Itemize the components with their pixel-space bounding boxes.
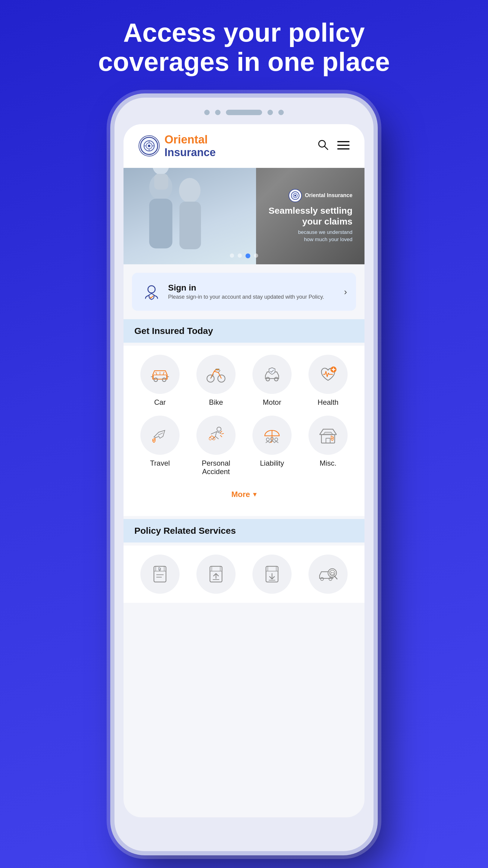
car-label: Car (154, 398, 166, 407)
banner-brand: Oriental Insurance (305, 192, 352, 199)
bike-label: Bike (209, 398, 223, 407)
svg-rect-22 (153, 375, 167, 379)
bike-icon-circle (196, 355, 235, 394)
notch-dot-4 (278, 110, 284, 115)
banner-dots (230, 253, 258, 258)
signin-title: Sign in (168, 283, 338, 293)
brand-name: Oriental Insurance (164, 133, 216, 159)
brand-top: Oriental (164, 133, 216, 146)
banner-logo-small: Oriental Insurance (269, 189, 352, 202)
brand-bottom: Insurance (164, 146, 216, 159)
svg-point-37 (209, 438, 212, 440)
insurance-item-travel[interactable]: Travel (136, 415, 184, 476)
svg-point-32 (274, 377, 278, 381)
user-shield-icon (142, 283, 161, 301)
phone-screen: Oriental Insurance (124, 124, 364, 817)
notch-dot-1 (204, 110, 210, 115)
policy-item-download[interactable] (248, 555, 296, 594)
insurance-grid: Car Bike (124, 346, 364, 516)
travel-icon-circle (140, 415, 180, 455)
svg-line-60 (334, 576, 337, 579)
download-icon-circle (253, 555, 292, 594)
insurance-item-bike[interactable]: Bike (192, 355, 240, 407)
svg-point-20 (294, 195, 296, 196)
svg-point-36 (217, 427, 221, 431)
liability-label: Liability (260, 459, 284, 467)
svg-point-24 (162, 378, 166, 381)
policy-icon-circle (140, 555, 180, 594)
signin-chevron-icon: › (344, 287, 347, 297)
search-button[interactable] (317, 138, 329, 153)
insurance-row-1: Car Bike (132, 355, 356, 407)
insurance-item-car[interactable]: Car (136, 355, 184, 407)
signin-subtitle: Please sign-in to your account and stay … (168, 294, 338, 300)
page-headline: Access your policy coverages in one plac… (74, 18, 414, 76)
policy-doc-icon (149, 563, 171, 585)
get-insured-title: Get Insured Today (134, 326, 354, 336)
signin-icon (141, 281, 162, 302)
insurance-row-2: Travel (132, 415, 356, 476)
misc-label: Misc. (320, 459, 336, 467)
inspect-icon-circle (308, 555, 348, 594)
logo-svg (143, 140, 155, 152)
policy-item-upload[interactable] (192, 555, 240, 594)
svg-point-21 (148, 286, 155, 293)
phone-notch (124, 110, 364, 115)
insurance-item-personal-accident[interactable]: Personal Accident (192, 415, 240, 476)
policy-item-inspect[interactable] (304, 555, 352, 594)
svg-point-31 (266, 377, 270, 381)
banner-dot-1[interactable] (230, 253, 234, 258)
health-icon-circle (308, 355, 348, 394)
policy-item-policy[interactable] (136, 555, 184, 594)
insurance-item-misc[interactable]: Misc. (304, 415, 352, 476)
travel-label: Travel (150, 459, 170, 467)
svg-point-57 (329, 578, 332, 581)
liability-icon-circle (253, 415, 292, 455)
svg-rect-17 (154, 174, 168, 189)
car-inspect-icon (317, 563, 339, 585)
svg-line-8 (324, 146, 328, 150)
header-icons (317, 138, 350, 153)
personal-accident-icon (205, 424, 227, 446)
more-label: More (231, 490, 250, 499)
banner-dot-3[interactable] (246, 253, 250, 258)
insurance-item-motor[interactable]: Motor (248, 355, 296, 407)
download-doc-icon (261, 563, 283, 585)
notch-dot-2 (215, 110, 221, 115)
insurance-item-health[interactable]: Health (304, 355, 352, 407)
bike-icon (205, 364, 227, 385)
svg-rect-15 (180, 201, 201, 249)
svg-line-39 (220, 431, 222, 433)
get-insured-header: Get Insured Today (124, 319, 364, 343)
svg-point-56 (321, 578, 324, 581)
more-button[interactable]: More ▾ (132, 485, 356, 504)
policy-services-title: Policy Related Services (134, 526, 354, 536)
upload-icon-circle (196, 555, 235, 594)
misc-icon-circle (308, 415, 348, 455)
policy-services-grid (124, 546, 364, 603)
motor-icon-circle (253, 355, 292, 394)
insurance-item-liability[interactable]: Liability (248, 415, 296, 476)
svg-point-2 (148, 145, 150, 147)
notch-pill (226, 110, 262, 115)
signin-text: Sign in Please sign-in to your account a… (168, 283, 338, 300)
menu-button[interactable] (337, 139, 350, 153)
misc-icon (317, 424, 339, 446)
banner-sub: because we understand how much your love… (269, 229, 352, 243)
banner-dot-4[interactable] (254, 253, 258, 258)
signin-card[interactable]: Sign in Please sign-in to your account a… (132, 273, 356, 311)
banner-family-image (124, 168, 256, 264)
brand-logo (138, 135, 160, 156)
banner-tagline: Seamlessly settling your claims (269, 205, 352, 227)
policy-services-header: Policy Related Services (124, 519, 364, 542)
motor-label: Motor (263, 398, 281, 407)
notch-dot-3 (267, 110, 273, 115)
family-silhouette (124, 168, 256, 264)
menu-icon (337, 141, 350, 150)
svg-rect-13 (149, 198, 172, 248)
svg-rect-48 (326, 438, 330, 443)
health-label: Health (318, 398, 338, 407)
banner-dot-2[interactable] (238, 253, 242, 258)
svg-point-45 (275, 438, 278, 441)
svg-line-40 (221, 433, 224, 434)
